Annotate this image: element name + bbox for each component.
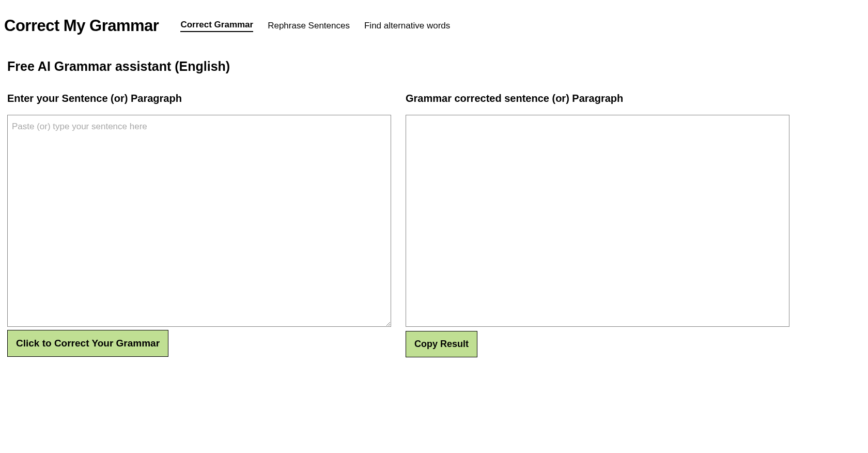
input-column: Enter your Sentence (or) Paragraph Click… xyxy=(7,93,391,357)
correct-grammar-button[interactable]: Click to Correct Your Grammar xyxy=(7,330,168,357)
main-columns: Enter your Sentence (or) Paragraph Click… xyxy=(7,93,861,357)
input-label: Enter your Sentence (or) Paragraph xyxy=(7,93,391,104)
main-nav: Correct Grammar Rephrase Sentences Find … xyxy=(180,20,450,32)
copy-result-button[interactable]: Copy Result xyxy=(406,331,477,357)
page-heading: Free AI Grammar assistant (English) xyxy=(7,59,868,74)
nav-item-find-alternative-words[interactable]: Find alternative words xyxy=(364,21,450,31)
output-column: Grammar corrected sentence (or) Paragrap… xyxy=(406,93,789,357)
nav-item-rephrase-sentences[interactable]: Rephrase Sentences xyxy=(268,21,350,31)
header: Correct My Grammar Correct Grammar Rephr… xyxy=(0,0,868,35)
site-title: Correct My Grammar xyxy=(4,17,159,35)
output-label: Grammar corrected sentence (or) Paragrap… xyxy=(406,93,789,104)
nav-item-correct-grammar[interactable]: Correct Grammar xyxy=(180,20,253,32)
input-textarea[interactable] xyxy=(7,115,391,327)
output-box[interactable] xyxy=(406,115,789,327)
